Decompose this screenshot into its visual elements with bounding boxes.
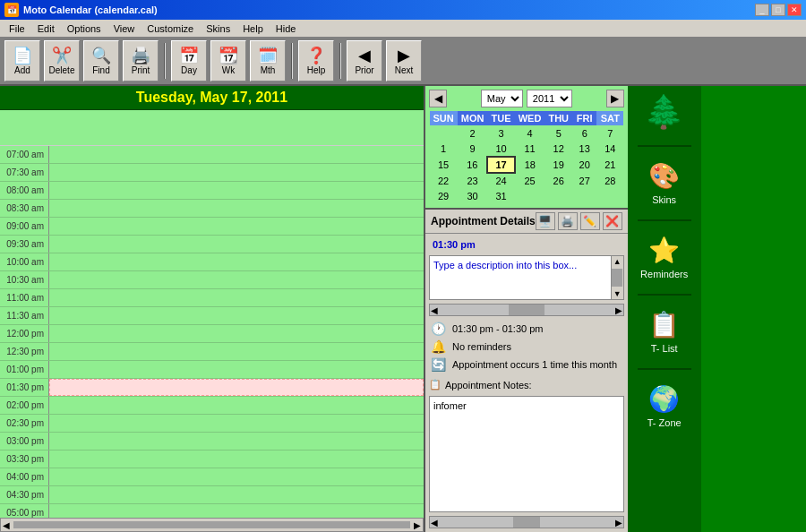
- table-row[interactable]: 25: [515, 173, 545, 189]
- close-button[interactable]: ✕: [787, 4, 802, 16]
- time-slot[interactable]: 10:00 am: [0, 253, 424, 271]
- time-content[interactable]: [49, 433, 424, 450]
- appointment-description-box[interactable]: Type a description into this box... ▲ ▼: [429, 255, 624, 300]
- table-row[interactable]: 4: [515, 126, 545, 142]
- table-row[interactable]: 24: [487, 173, 514, 189]
- table-row[interactable]: 11: [515, 142, 545, 158]
- hscroll-thumb[interactable]: [509, 305, 544, 315]
- tlist-sidebar-button[interactable]: 📋 T- List: [648, 310, 680, 354]
- scroll-right-arrow[interactable]: ▶: [412, 520, 423, 530]
- menu-edit[interactable]: Edit: [32, 22, 60, 35]
- time-slot[interactable]: 01:00 pm: [0, 361, 424, 379]
- appt-print-button[interactable]: 🖨️: [558, 212, 578, 230]
- time-slot[interactable]: 02:30 pm: [0, 415, 424, 433]
- menu-hide[interactable]: Hide: [270, 22, 302, 35]
- notes-hscroll-left[interactable]: ◀: [431, 518, 438, 528]
- time-content[interactable]: [49, 504, 424, 518]
- table-row[interactable]: 27: [572, 173, 596, 189]
- time-slot[interactable]: 11:30 am: [0, 307, 424, 325]
- time-content[interactable]: [49, 164, 424, 181]
- time-slot[interactable]: 04:00 pm: [0, 468, 424, 486]
- time-slot[interactable]: 09:30 am: [0, 236, 424, 253]
- table-row[interactable]: 18: [515, 157, 545, 173]
- time-content[interactable]: [49, 343, 424, 360]
- table-row[interactable]: 29: [430, 189, 458, 204]
- prior-button[interactable]: ◀ Prior: [347, 40, 382, 82]
- hscroll-left[interactable]: ◀: [431, 305, 438, 315]
- time-content[interactable]: [49, 468, 424, 485]
- time-slot[interactable]: 10:30 am: [0, 271, 424, 289]
- time-content[interactable]: [49, 397, 424, 414]
- time-slot[interactable]: 08:30 am: [0, 200, 424, 218]
- time-content[interactable]: [49, 415, 424, 432]
- hscroll-right[interactable]: ▶: [615, 305, 622, 315]
- desc-scrollbar[interactable]: ▲ ▼: [611, 256, 623, 299]
- month-select[interactable]: May: [481, 90, 523, 107]
- month-button[interactable]: 🗓️ Mth: [250, 40, 286, 82]
- table-row[interactable]: 1: [430, 142, 458, 158]
- table-row[interactable]: 16: [458, 157, 488, 173]
- time-slot[interactable]: 02:00 pm: [0, 397, 424, 415]
- time-content[interactable]: [49, 450, 424, 468]
- table-row[interactable]: 10: [487, 142, 514, 158]
- time-slot[interactable]: 09:00 am: [0, 218, 424, 236]
- maximize-button[interactable]: □: [771, 4, 785, 16]
- table-row[interactable]: 28: [596, 173, 623, 189]
- find-button[interactable]: 🔍 Find: [83, 40, 119, 82]
- table-row[interactable]: 6: [572, 126, 596, 142]
- time-content[interactable]: [49, 182, 424, 199]
- day-button[interactable]: 📅 Day: [171, 40, 207, 82]
- description-hscrollbar[interactable]: ◀ ▶: [429, 304, 624, 316]
- time-content[interactable]: [49, 325, 424, 342]
- notes-hscrollbar[interactable]: ◀ ▶: [429, 516, 624, 528]
- time-slot[interactable]: 07:00 am: [0, 146, 424, 164]
- menu-customize[interactable]: Customize: [141, 22, 199, 35]
- reminders-sidebar-button[interactable]: ⭐ Reminders: [640, 236, 688, 279]
- scroll-left-arrow[interactable]: ◀: [1, 520, 12, 530]
- table-row[interactable]: 14: [596, 142, 623, 158]
- table-row[interactable]: 15: [430, 157, 458, 173]
- time-content[interactable]: [49, 307, 424, 324]
- appt-copy-button[interactable]: 🖥️: [536, 212, 555, 230]
- time-content[interactable]: [49, 289, 424, 306]
- notes-hscroll-thumb[interactable]: [513, 517, 540, 528]
- table-row[interactable]: 20: [572, 157, 596, 173]
- next-button[interactable]: ▶ Next: [386, 40, 422, 82]
- menu-skins[interactable]: Skins: [201, 22, 236, 35]
- tzone-sidebar-button[interactable]: 🌍 T- Zone: [647, 384, 682, 428]
- cal-prev-button[interactable]: ◀: [429, 90, 447, 107]
- notes-hscroll-right[interactable]: ▶: [615, 518, 622, 528]
- table-row[interactable]: 17: [487, 157, 514, 173]
- time-content[interactable]: [49, 486, 424, 503]
- time-slots-container[interactable]: 07:00 am07:30 am08:00 am08:30 am09:00 am…: [0, 146, 424, 518]
- add-button[interactable]: 📄 Add: [4, 40, 40, 82]
- menu-help[interactable]: Help: [237, 22, 269, 35]
- time-content[interactable]: [49, 271, 424, 288]
- menu-file[interactable]: File: [4, 22, 30, 35]
- scroll-thumb[interactable]: [13, 521, 410, 528]
- day-horizontal-scrollbar[interactable]: ◀ ▶: [0, 518, 424, 532]
- time-content[interactable]: [49, 379, 424, 396]
- table-row[interactable]: 7: [596, 126, 623, 142]
- print-button[interactable]: 🖨️ Print: [123, 40, 159, 82]
- table-row[interactable]: 22: [430, 173, 458, 189]
- year-select[interactable]: 2011: [527, 90, 572, 107]
- time-slot[interactable]: 12:00 pm: [0, 325, 424, 343]
- table-row[interactable]: 3: [487, 126, 514, 142]
- time-slot[interactable]: 12:30 pm: [0, 343, 424, 361]
- help-button[interactable]: ❓ Help: [298, 40, 334, 82]
- time-slot[interactable]: 03:00 pm: [0, 433, 424, 450]
- week-button[interactable]: 📆 Wk: [210, 40, 246, 82]
- time-slot[interactable]: 07:30 am: [0, 164, 424, 182]
- window-controls[interactable]: _ □ ✕: [755, 4, 802, 16]
- time-slot[interactable]: 01:30 pm: [0, 379, 424, 397]
- table-row[interactable]: 21: [596, 157, 623, 173]
- time-content[interactable]: [49, 200, 424, 217]
- appt-close-button[interactable]: ❌: [603, 212, 622, 230]
- time-content[interactable]: [49, 146, 424, 163]
- cal-next-button[interactable]: ▶: [606, 90, 624, 107]
- skins-sidebar-button[interactable]: 🎨 Skins: [648, 161, 680, 205]
- time-content[interactable]: [49, 236, 424, 253]
- table-row[interactable]: 30: [458, 189, 488, 204]
- time-content[interactable]: [49, 218, 424, 235]
